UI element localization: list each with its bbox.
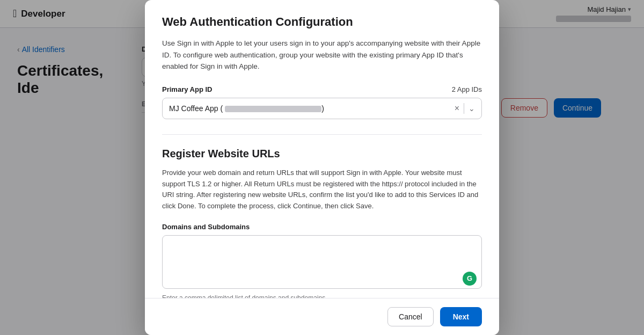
primary-app-id-header: Primary App ID 2 App IDs [162,85,482,93]
modal-title: Web Authentication Configuration [162,15,482,29]
domains-label: Domains and Subdomains [162,223,482,231]
modal-body: Web Authentication Configuration Use Sig… [145,0,499,298]
select-left: MJ Coffee App () [169,104,324,113]
domains-container: G [162,235,482,291]
next-button[interactable]: Next [440,307,482,326]
modal-overlay: Web Authentication Configuration Use Sig… [0,0,644,335]
modal: Web Authentication Configuration Use Sig… [145,0,499,335]
primary-app-id-label: Primary App ID [162,85,212,93]
clear-icon[interactable]: × [455,104,459,113]
chevron-down-icon: ⌄ [469,104,475,113]
register-description: Provide your web domain and return URLs … [162,168,482,212]
register-section: Register Website URLs Provide your web d… [162,134,482,298]
app-ids-count: 2 App IDs [452,85,482,93]
app-name: MJ Coffee App () [169,104,324,113]
register-title: Register Website URLs [162,148,482,160]
domains-hint: Enter a comma delimited list of domains … [162,294,482,298]
select-divider [464,103,464,114]
modal-description: Use Sign in with Apple to let your users… [162,38,482,72]
cancel-button[interactable]: Cancel [387,307,434,326]
select-right: × ⌄ [455,103,475,114]
modal-footer: Cancel Next [145,298,499,335]
grammarly-icon: G [463,272,477,286]
domains-textarea[interactable] [162,235,482,289]
primary-app-select[interactable]: MJ Coffee App () × ⌄ [162,98,482,119]
